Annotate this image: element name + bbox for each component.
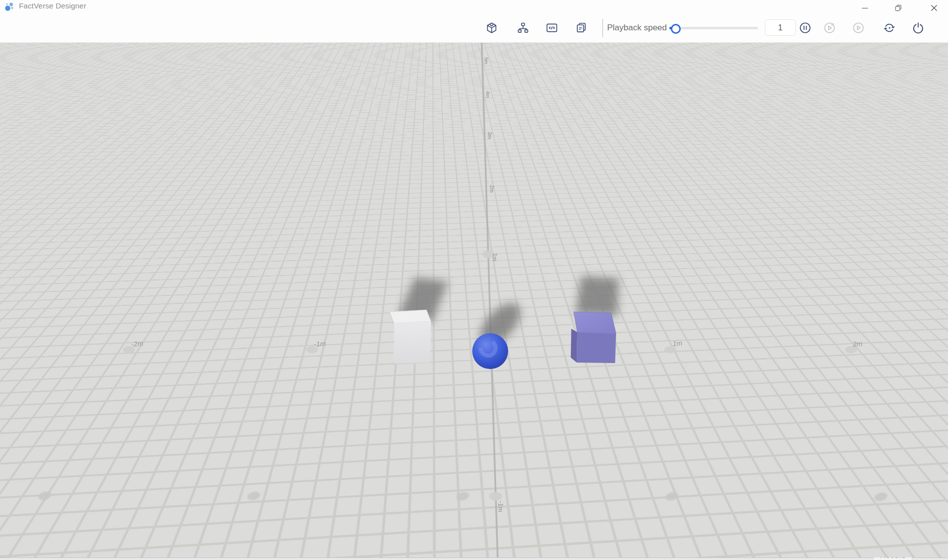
pause-button[interactable] xyxy=(799,21,812,34)
depth-axis-label: 5m xyxy=(484,57,489,64)
slider-handle[interactable] xyxy=(671,24,681,34)
play-delayed-icon xyxy=(823,21,836,34)
scene-viewport[interactable]: -2m -1m 1m 2m 5m 4m 3m 2m 1m -1m xyxy=(0,42,948,558)
hierarchy-button[interactable] xyxy=(517,21,529,34)
grid-knots xyxy=(37,490,888,503)
blue-sphere[interactable] xyxy=(472,333,508,369)
pause-icon xyxy=(799,21,812,34)
depth-axis-line xyxy=(482,42,498,558)
scene-3d-icon xyxy=(485,21,498,34)
documents-icon xyxy=(575,21,588,34)
depth-axis-label: 1m xyxy=(492,253,498,261)
slider-track[interactable] xyxy=(669,27,758,29)
depth-axis-label: 2m xyxy=(489,185,495,193)
playback-speed-slider[interactable] xyxy=(669,22,759,34)
playback-speed-input[interactable] xyxy=(765,19,796,36)
play-button[interactable] xyxy=(852,21,865,34)
play-icon xyxy=(852,21,865,34)
depth-axis-label: 4m xyxy=(485,91,491,98)
x-axis-label: 2m xyxy=(852,340,863,348)
code-window-icon xyxy=(545,21,558,34)
minimize-icon xyxy=(861,4,869,12)
restore-icon xyxy=(894,4,902,12)
white-cube[interactable] xyxy=(390,310,431,364)
documents-button[interactable] xyxy=(575,21,588,34)
app-logo-icon xyxy=(4,1,15,12)
playback-speed-label: Playback speed xyxy=(607,23,667,33)
hierarchy-icon xyxy=(517,21,529,34)
purple-cube[interactable] xyxy=(571,312,616,363)
restart-button[interactable] xyxy=(883,21,896,34)
minimize-button[interactable] xyxy=(857,0,872,13)
x-axis-label: -1m xyxy=(314,339,326,348)
purple-cube-shadow xyxy=(576,276,619,316)
x-axis-label: 1m xyxy=(672,339,683,348)
depth-axis-label: 3m xyxy=(487,132,493,139)
scene-3d-button[interactable] xyxy=(485,21,498,34)
power-icon xyxy=(912,21,925,34)
close-button[interactable] xyxy=(927,0,942,13)
bottom-bar xyxy=(0,558,948,560)
scene-overlay: -2m -1m 1m 2m 5m 4m 3m 2m 1m -1m xyxy=(0,42,948,558)
toolbar-separator xyxy=(602,19,603,37)
toolbar: Playback speed xyxy=(0,13,948,43)
depth-axis-label: -1m xyxy=(497,501,505,512)
code-window-button[interactable] xyxy=(545,21,558,34)
restore-button[interactable] xyxy=(891,0,906,13)
x-axis-label: -2m xyxy=(131,339,144,348)
power-button[interactable] xyxy=(912,21,925,34)
app-title: FactVerse Designer xyxy=(19,1,86,10)
play-delayed-button[interactable] xyxy=(823,21,836,34)
close-icon xyxy=(930,4,938,12)
title-bar: FactVerse Designer xyxy=(0,0,948,13)
restart-icon xyxy=(883,21,896,34)
record-button[interactable]: Record xyxy=(873,548,912,560)
